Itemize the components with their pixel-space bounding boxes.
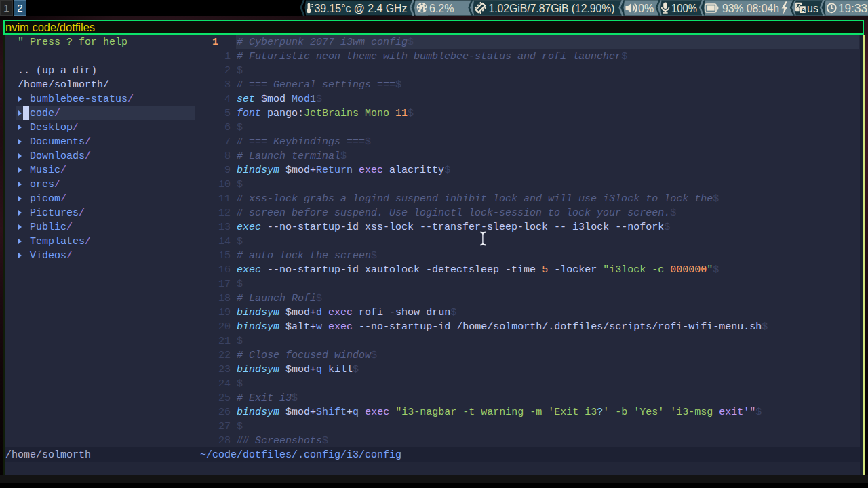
svg-text:0%: 0% xyxy=(638,3,654,14)
svg-text:1.02GiB/7.87GiB (12.90%): 1.02GiB/7.87GiB (12.90%) xyxy=(489,3,615,14)
svg-text:93% 08:04h: 93% 08:04h xyxy=(722,3,779,14)
svg-text:6.2%: 6.2% xyxy=(429,3,454,14)
svg-text:39.15°c @ 2.4 GHz: 39.15°c @ 2.4 GHz xyxy=(315,3,408,14)
svg-text:us: us xyxy=(807,3,818,14)
svg-text:100%: 100% xyxy=(671,3,697,14)
svg-text:19:33: 19:33 xyxy=(838,3,867,14)
svg-text:A: A xyxy=(801,6,806,14)
